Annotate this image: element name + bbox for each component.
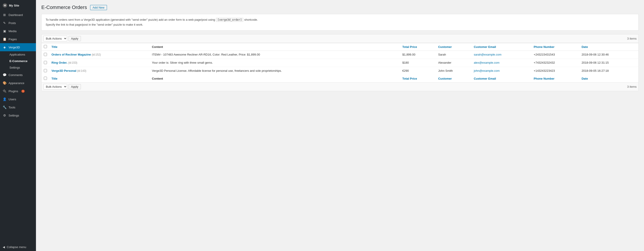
row-total-price-cell: $180 bbox=[400, 59, 436, 67]
plugins-badge: 1 bbox=[21, 90, 25, 93]
sidebar-item-tools[interactable]: 🔧 Tools bbox=[0, 103, 36, 111]
collapse-label: Collapse menu bbox=[7, 245, 26, 249]
bottom-controls-left: Bulk Actions Apply bbox=[43, 84, 81, 90]
table-header: Title Content Total Price Customer Custo… bbox=[42, 43, 638, 51]
sort-date-link[interactable]: Date bbox=[582, 45, 588, 49]
info-box: To handle orders sent from a Verge3D app… bbox=[41, 14, 638, 31]
sort-title-link[interactable]: Title bbox=[52, 45, 58, 49]
add-new-button[interactable]: Add New bbox=[90, 5, 107, 10]
item-count-top: 3 items bbox=[627, 37, 636, 40]
row-title-link[interactable]: Ring Order. bbox=[52, 61, 68, 64]
sidebar-item-label: Posts bbox=[8, 21, 16, 25]
sort-phone-link[interactable]: Phone Number bbox=[534, 45, 554, 49]
row-email-cell: john@example.com bbox=[472, 67, 532, 75]
row-phone-cell: +743243232432 bbox=[532, 59, 579, 67]
shortcode-display: [verge3d_order] bbox=[216, 18, 243, 22]
apply-button-bottom[interactable]: Apply bbox=[68, 84, 81, 89]
wp-logo-icon: W bbox=[3, 3, 7, 8]
appearance-icon: 🎨 bbox=[3, 81, 6, 85]
th-total-price: Total Price bbox=[400, 43, 436, 51]
sidebar-item-comments[interactable]: 💬 Comments bbox=[0, 71, 36, 79]
footer-th-total-price: Total Price bbox=[400, 75, 436, 83]
footer-th-customer-email: Customer Email bbox=[472, 75, 532, 83]
comments-icon: 💬 bbox=[3, 73, 6, 77]
sidebar-item-users[interactable]: 👤 Users bbox=[0, 95, 36, 103]
top-controls-left: Bulk Actions Apply bbox=[43, 36, 81, 41]
row-checkbox[interactable] bbox=[44, 69, 47, 72]
sidebar-item-media[interactable]: ▣ Media bbox=[0, 27, 36, 35]
row-date-cell: 2018-09-06 12:30:46 bbox=[579, 51, 638, 59]
main-content: E-Commerce Orders Add New To handle orde… bbox=[36, 0, 644, 251]
footer-header-row: Title Content Total Price Customer Custo… bbox=[42, 75, 638, 83]
sidebar-item-dashboard[interactable]: ⊞ Dashboard bbox=[0, 11, 36, 19]
row-customer-cell: Alexander bbox=[436, 59, 472, 67]
row-content-cell: Verge3D Personal License. Affordable lic… bbox=[150, 67, 400, 75]
table-footer-row: Title Content Total Price Customer Custo… bbox=[42, 75, 638, 83]
sidebar-item-label: Verge3D bbox=[8, 46, 20, 49]
header-row: Title Content Total Price Customer Custo… bbox=[42, 43, 638, 51]
footer-sort-email-link[interactable]: Customer Email bbox=[474, 77, 496, 80]
table-bottom-controls: Bulk Actions Apply 3 items bbox=[41, 83, 638, 91]
info-line-1: To handle orders sent from a Verge3D app… bbox=[46, 17, 634, 22]
sidebar: W My Site ⊞ Dashboard ✎ Posts ▣ Media 📋 … bbox=[0, 0, 36, 251]
footer-sort-phone-link[interactable]: Phone Number bbox=[534, 77, 554, 80]
orders-table: Title Content Total Price Customer Custo… bbox=[41, 43, 638, 83]
sidebar-item-applications[interactable]: Applications bbox=[7, 51, 36, 58]
row-id: (id:153) bbox=[68, 61, 77, 64]
row-checkbox-cell bbox=[42, 67, 50, 75]
footer-th-customer: Customer bbox=[436, 75, 472, 83]
footer-th-phone-number: Phone Number bbox=[532, 75, 579, 83]
row-title-link[interactable]: Orders of Recliner Magazine bbox=[52, 53, 91, 56]
footer-th-title: Title bbox=[49, 75, 150, 83]
plugins-icon: 🔌 bbox=[3, 89, 6, 93]
collapse-icon: ◀ bbox=[3, 245, 5, 249]
sidebar-item-sub-settings[interactable]: Settings bbox=[7, 64, 36, 71]
row-title-link[interactable]: Verge3D Personal bbox=[52, 69, 76, 72]
footer-sort-date-link[interactable]: Date bbox=[582, 77, 588, 80]
select-all-checkbox[interactable] bbox=[44, 45, 47, 48]
footer-sort-customer-link[interactable]: Customer bbox=[438, 77, 452, 80]
th-customer: Customer bbox=[436, 43, 472, 51]
row-customer-cell: Sarah bbox=[436, 51, 472, 59]
sort-total-price-link[interactable]: Total Price bbox=[402, 45, 417, 49]
footer-select-all-checkbox[interactable] bbox=[44, 77, 47, 80]
pages-icon: 📋 bbox=[3, 37, 6, 41]
footer-th-date: Date bbox=[579, 75, 638, 83]
row-email-cell: sarah@example.com bbox=[472, 51, 532, 59]
row-id: (id:143) bbox=[77, 69, 86, 72]
footer-sort-total-price-link[interactable]: Total Price bbox=[402, 77, 417, 80]
collapse-menu-button[interactable]: ◀ Collapse menu bbox=[0, 243, 36, 251]
sidebar-item-settings[interactable]: ⚙ Settings bbox=[0, 111, 36, 119]
sidebar-submenu-verge3d: Applications E-Commerce Settings bbox=[0, 51, 36, 71]
table-row: Orders of Recliner Magazine (id:152) ITE… bbox=[42, 51, 638, 59]
row-checkbox[interactable] bbox=[44, 53, 47, 56]
sidebar-item-verge3d[interactable]: ◈ Verge3D bbox=[0, 43, 36, 51]
apply-button-top[interactable]: Apply bbox=[68, 36, 81, 41]
th-content: Content bbox=[150, 43, 400, 51]
sidebar-item-label: Tools bbox=[8, 106, 15, 109]
sidebar-item-pages[interactable]: 📋 Pages bbox=[0, 35, 36, 43]
sidebar-item-posts[interactable]: ✎ Posts bbox=[0, 19, 36, 27]
row-title-cell: Ring Order. (id:153) bbox=[49, 59, 150, 67]
table-body: Orders of Recliner Magazine (id:152) ITE… bbox=[42, 51, 638, 75]
bulk-actions-select-bottom[interactable]: Bulk Actions bbox=[43, 84, 67, 90]
sidebar-item-appearance[interactable]: 🎨 Appearance bbox=[0, 79, 36, 87]
bulk-actions-select-top[interactable]: Bulk Actions bbox=[43, 36, 67, 41]
row-phone-cell: +143243223423 bbox=[532, 67, 579, 75]
footer-sort-title-link[interactable]: Title bbox=[52, 77, 58, 80]
sort-email-link[interactable]: Customer Email bbox=[474, 45, 496, 49]
sort-customer-link[interactable]: Customer bbox=[438, 45, 452, 49]
sidebar-item-label: Pages bbox=[8, 38, 17, 41]
page-header: E-Commerce Orders Add New bbox=[41, 5, 638, 10]
sidebar-item-label: Plugins bbox=[8, 90, 18, 93]
th-phone-number: Phone Number bbox=[532, 43, 579, 51]
sidebar-item-ecommerce[interactable]: E-Commerce bbox=[7, 58, 36, 64]
row-checkbox[interactable] bbox=[44, 61, 47, 64]
row-email-link[interactable]: john@example.com bbox=[474, 69, 500, 72]
row-email-link[interactable]: alex@example.com bbox=[474, 61, 499, 64]
sidebar-item-plugins[interactable]: 🔌 Plugins 1 bbox=[0, 87, 36, 95]
row-email-link[interactable]: sarah@example.com bbox=[474, 53, 501, 56]
th-title: Title bbox=[49, 43, 150, 51]
select-all-th bbox=[42, 43, 50, 51]
sidebar-item-label: Settings bbox=[8, 114, 19, 117]
